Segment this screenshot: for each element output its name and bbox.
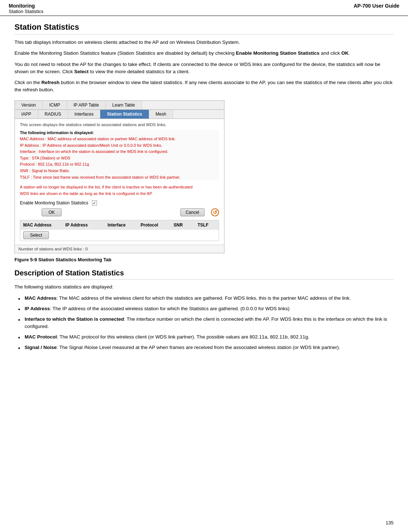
refresh-icon[interactable]: ↺ xyxy=(211,208,219,216)
figure-footer: Number of stations and WDS links : 0 xyxy=(15,245,224,253)
col-snr: SNR xyxy=(171,222,195,228)
cancel-button[interactable]: Cancel xyxy=(180,208,205,216)
col-tslf: TSLF xyxy=(195,222,219,228)
select-button[interactable]: Select xyxy=(23,231,49,239)
enable-checkbox[interactable]: ✓ xyxy=(92,200,97,205)
bullet-interface: Interface to which the Station is connec… xyxy=(18,316,394,331)
tab-interfaces[interactable]: Interfaces xyxy=(68,110,101,119)
page-header: Monitoring Station Statistics AP-700 Use… xyxy=(0,0,408,16)
enable-label: Enable Monitoring Station Statistics xyxy=(20,200,88,205)
figure-body: This screen displays the statistics rela… xyxy=(15,119,224,245)
tab-station-statistics[interactable]: Station Statistics xyxy=(100,110,149,119)
header-sub-title: Station Statistics xyxy=(9,9,43,14)
para1: This tab displays information on wireles… xyxy=(14,39,394,46)
para2: Enable the Monitoring Station Statistics… xyxy=(14,50,394,57)
warning-line1: A station will no longer be displayed in… xyxy=(20,184,219,191)
info-tslf: TSLF : Time since last frame was receive… xyxy=(20,174,219,181)
tab-bar-top: Version ICMP IP ARP Table Learn Table xyxy=(15,101,224,110)
tab-mesh[interactable]: Mesh xyxy=(149,110,173,119)
figure-info-block: The following information is displayed: … xyxy=(20,130,219,181)
bullet-protocol: MAC Protocol: The MAC protocol for this … xyxy=(18,333,394,341)
bullet-signal: Signal / Noise: The Signal /Noise Level … xyxy=(18,344,394,352)
col-protocol: Protocol xyxy=(138,222,171,228)
tab-icmp[interactable]: ICMP xyxy=(43,101,67,109)
header-main-title: Monitoring xyxy=(9,3,43,9)
warning-line2: WDS links are shown in the table as long… xyxy=(20,191,219,197)
page-number: 135 xyxy=(386,520,394,525)
tab-version[interactable]: Version xyxy=(15,101,43,109)
bullet-mac: MAC Address: The MAC address of the wire… xyxy=(18,295,394,302)
info-header: The following information is displayed: xyxy=(20,130,219,136)
tab-iapp[interactable]: IAPP xyxy=(15,110,38,119)
header-right-title: AP-700 User Guide xyxy=(354,3,399,9)
table-header: MAC Address IP Address Interface Protoco… xyxy=(20,220,219,230)
enable-row: Enable Monitoring Station Statistics ✓ xyxy=(20,200,219,205)
ok-button[interactable]: OK xyxy=(42,208,62,216)
info-mac: MAC Address : MAC address of associated … xyxy=(20,136,219,142)
bullet-ip: IP Address: The IP address of the associ… xyxy=(18,305,394,313)
tab-radius[interactable]: RADIUS xyxy=(38,110,68,119)
section1-title: Station Statistics xyxy=(14,22,394,34)
tab-bar-bottom: IAPP RADIUS Interfaces Station Statistic… xyxy=(15,110,224,119)
info-ip: IP Address : IP Address of associated st… xyxy=(20,142,219,149)
figure-container: Version ICMP IP ARP Table Learn Table IA… xyxy=(14,100,224,254)
col-interface: Interface xyxy=(105,222,138,228)
bullet-list: MAC Address: The MAC address of the wire… xyxy=(18,295,394,352)
section2-intro: The following stations statistics are di… xyxy=(14,283,394,291)
main-content: Station Statistics This tab displays inf… xyxy=(0,16,408,365)
figure-desc: This screen displays the statistics rela… xyxy=(20,122,219,127)
section2-title: Description of Station Statistics xyxy=(14,269,394,280)
info-interface: Interface : Interface on which the stati… xyxy=(20,149,219,155)
info-type: Type : STA (Station) or WDS xyxy=(20,155,219,162)
warning-block: A station will no longer be displayed in… xyxy=(20,184,219,197)
select-row: Select xyxy=(20,230,219,241)
info-protocol: Protocol : 802.11a, 802.11b or 802.11g xyxy=(20,161,219,168)
para3: You do not need to reboot the AP for the… xyxy=(14,61,394,76)
col-ip: IP Address xyxy=(62,222,104,228)
header-left: Monitoring Station Statistics xyxy=(9,3,43,14)
tab-learn-table[interactable]: Learn Table xyxy=(106,101,142,109)
button-row: OK Cancel ↺ xyxy=(20,208,219,216)
figure-caption: Figure 5-9 Station Statistics Monitoring… xyxy=(14,257,394,262)
info-snr: SNR : Signal to Noise Ratio. xyxy=(20,168,219,174)
col-mac: MAC Address xyxy=(20,222,62,228)
tab-ip-arp[interactable]: IP ARP Table xyxy=(67,101,106,109)
para4: Click on the Refresh button in the brows… xyxy=(14,79,394,94)
